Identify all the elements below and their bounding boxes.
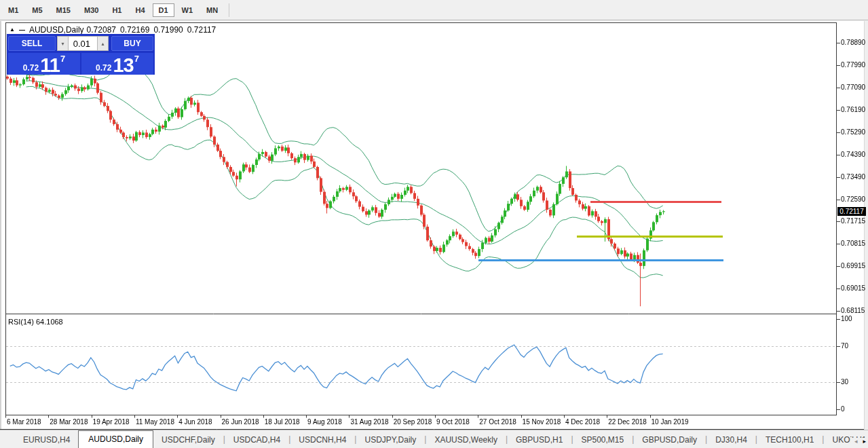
chart-tab-bar: EURUSD,H4AUDUSD,DailyUSDCHF,Daily|USDCAD… (0, 430, 868, 448)
price-axis-label: 0.70815 (841, 240, 865, 247)
timeframe-button-M1[interactable]: M1 (2, 3, 24, 17)
ask-pipette: 7 (134, 55, 139, 63)
rsi-label: RSI(14) (8, 318, 34, 326)
tab-scroll-right-icon[interactable]: ▸ (863, 438, 866, 445)
lot-size-field[interactable]: 0.01 (69, 36, 97, 51)
date-axis-label: 28 Mar 2018 (50, 418, 88, 426)
tab-GBPUSD-H1[interactable]: GBPUSD,H1 (508, 432, 571, 448)
timeframe-buttons: M1M5M15M30H1H4D1W1MN (1, 3, 225, 17)
ohlc-close: 0.72117 (187, 25, 216, 35)
lot-increment-button[interactable]: ▴ (97, 36, 109, 51)
chart-shift-marker-icon: ▲ (10, 27, 15, 33)
tab-XAUUSD-Weekly[interactable]: XAUUSD,Weekly (426, 432, 505, 448)
price-axis-label: 0.71715 (841, 217, 865, 225)
tab-SP500-M15[interactable]: SP500,M15 (573, 432, 633, 448)
timeframe-button-H1[interactable]: H1 (106, 3, 128, 17)
ohlc-open: 0.72087 (87, 25, 116, 35)
ask-main: 13 (113, 56, 133, 74)
sell-button[interactable]: SELL (8, 36, 56, 51)
window-right-edge (864, 21, 868, 430)
timeframe-button-MN[interactable]: MN (200, 3, 224, 17)
date-axis-label: 20 Sep 2018 (394, 418, 432, 426)
date-axis-label: 9 Aug 2018 (307, 418, 342, 426)
price-axis-label: 0.73490 (841, 173, 865, 181)
price-axis-label: 0.68115 (841, 307, 865, 314)
date-axis-label: 19 Apr 2018 (93, 418, 130, 426)
date-axis-label: 11 May 2018 (136, 418, 174, 426)
date-axis-label: 15 Nov 2018 (523, 418, 561, 426)
current-price-tag: 0.72117 (837, 207, 866, 216)
ohlc-high: 0.72169 (120, 25, 149, 35)
lot-size-spinner: ▾ 0.01 ▴ (57, 36, 109, 51)
timeframe-button-M5[interactable]: M5 (26, 3, 48, 17)
rsi-value: 64.1068 (36, 318, 63, 326)
one-click-trade-panel: SELL ▾ 0.01 ▴ BUY 0.72 11 7 0.72 13 7 (7, 34, 155, 75)
date-axis-label: 27 Oct 2018 (479, 418, 516, 426)
toolbar-separator (229, 3, 229, 17)
date-axis-label: 6 Mar 2018 (7, 418, 41, 426)
price-axis-label: 0.72590 (841, 195, 865, 203)
ask-price-box[interactable]: 0.72 13 7 (81, 53, 153, 75)
tab-DJ30-H4[interactable]: DJ30,H4 (707, 432, 755, 448)
timeframe-button-H4[interactable]: H4 (129, 3, 151, 17)
tab-EURUSD-H4[interactable]: EURUSD,H4 (15, 432, 78, 448)
rsi-axis-label: 100 (841, 315, 852, 322)
tab-AUDUSD-Daily[interactable]: AUDUSD,Daily (78, 430, 153, 448)
timeframe-button-W1[interactable]: W1 (176, 3, 200, 17)
tab-USDCNH-H4[interactable]: USDCNH,H4 (290, 432, 354, 448)
timeframe-toolbar: M1M5M15M30H1H4D1W1MN (0, 0, 868, 20)
timeframe-button-M30[interactable]: M30 (78, 3, 105, 17)
chart-title: AUDUSD,Daily (29, 25, 84, 35)
price-axis-label: 0.69915 (841, 262, 865, 269)
timeframe-button-M15[interactable]: M15 (50, 3, 77, 17)
tab-scroll-arrows: ◂ ▸ (850, 438, 866, 445)
date-axis-label: 18 Jul 2018 (265, 418, 300, 426)
date-axis-label: 4 Dec 2018 (565, 418, 600, 426)
bid-main: 11 (40, 56, 60, 74)
timeframe-button-D1[interactable]: D1 (153, 3, 174, 17)
price-axis-label: 0.78890 (841, 39, 865, 46)
tab-USDCAD-H4[interactable]: USDCAD,H4 (225, 432, 288, 448)
bid-prefix: 0.72 (23, 62, 39, 74)
price-axis-label: 0.77990 (841, 61, 865, 69)
tab-GBPUSD-Daily[interactable]: GBPUSD,Daily (634, 432, 705, 448)
bid-pipette: 7 (60, 55, 65, 63)
buy-button[interactable]: BUY (111, 36, 153, 51)
price-axis-label: 0.77090 (841, 83, 865, 91)
date-axis-label: 4 Jun 2018 (178, 418, 212, 426)
rsi-caption: RSI(14) 64.1068 (8, 318, 63, 326)
chart-shift-line (19, 30, 25, 31)
chart-title-row: ▲ AUDUSD,Daily 0.72087 0.72169 0.71990 0… (10, 25, 217, 35)
date-axis-label: 9 Oct 2018 (436, 418, 470, 426)
tab-USDCHF-Daily[interactable]: USDCHF,Daily (153, 432, 223, 448)
tab-USDJPY-Daily[interactable]: USDJPY,Daily (356, 432, 424, 448)
date-axis-label: 31 Aug 2018 (350, 418, 388, 426)
tab-scroll-left-icon[interactable]: ◂ (854, 438, 858, 445)
price-axis-label: 0.76190 (841, 106, 865, 113)
date-axis-label: 10 Jan 2019 (652, 418, 689, 426)
rsi-axis-label: 0 (841, 405, 845, 413)
date-axis-label: 26 Jun 2018 (222, 418, 259, 426)
price-axis-label: 0.75290 (841, 128, 865, 136)
date-axis-label: 22 Dec 2018 (608, 418, 647, 426)
bid-price-box[interactable]: 0.72 11 7 (8, 53, 80, 75)
ohlc-low: 0.71990 (153, 25, 183, 35)
tab-TECH100-H1[interactable]: TECH100,H1 (757, 432, 822, 448)
rsi-axis-label: 70 (841, 342, 848, 350)
lot-decrement-button[interactable]: ▾ (57, 36, 69, 51)
ask-prefix: 0.72 (96, 62, 111, 74)
price-axis-label: 0.69015 (841, 284, 865, 292)
rsi-axis-label: 30 (841, 378, 848, 386)
price-axis-label: 0.74390 (841, 151, 865, 158)
chart-tabs: EURUSD,H4AUDUSD,DailyUSDCHF,Daily|USDCAD… (15, 430, 868, 448)
